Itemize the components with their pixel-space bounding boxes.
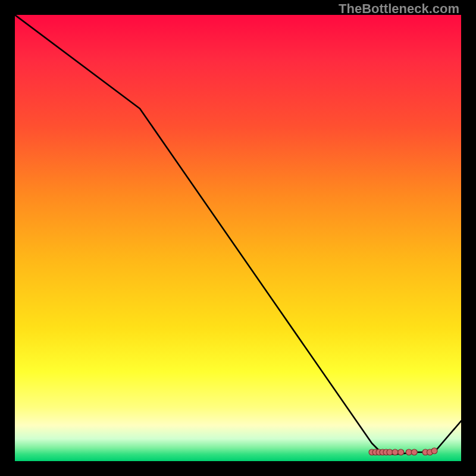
plot-area: [15, 15, 461, 461]
gradient-background: [15, 15, 461, 461]
chart-container: TheBottleneck.com: [0, 0, 476, 476]
